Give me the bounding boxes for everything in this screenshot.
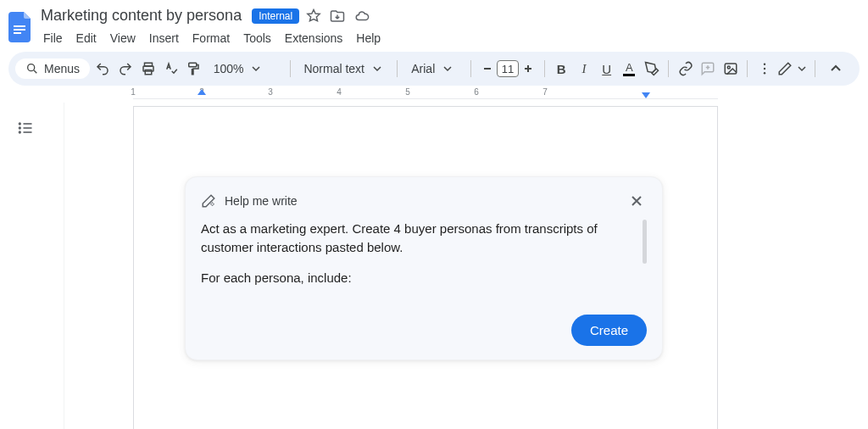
- document-outline-button[interactable]: [12, 114, 39, 142]
- zoom-value: 100%: [210, 62, 248, 75]
- underline-button[interactable]: U: [597, 57, 616, 81]
- paragraph-style-value: Normal text: [300, 62, 368, 75]
- paint-format-button[interactable]: [184, 57, 203, 81]
- menu-file[interactable]: File: [37, 28, 69, 48]
- search-icon: [25, 62, 39, 75]
- caret-down-icon: [373, 64, 381, 73]
- svg-rect-2: [14, 32, 21, 34]
- more-tools-button[interactable]: [754, 57, 774, 81]
- indent-marker-right[interactable]: [642, 92, 650, 98]
- horizontal-ruler[interactable]: 1 2 3 4 5 6 7: [133, 87, 718, 99]
- menu-edit[interactable]: Edit: [70, 28, 103, 48]
- svg-rect-8: [725, 64, 737, 74]
- search-menus-label: Menus: [44, 62, 80, 75]
- caret-down-icon: [443, 64, 452, 73]
- menubar: File Edit View Insert Format Tools Exten…: [37, 26, 858, 48]
- create-button[interactable]: Create: [571, 315, 647, 346]
- document-page[interactable]: Help me write Act as a marketing expert.…: [133, 106, 718, 429]
- caret-down-icon: [798, 64, 806, 73]
- font-size-increase[interactable]: [519, 59, 537, 78]
- italic-button[interactable]: I: [575, 57, 594, 81]
- font-size-input[interactable]: [497, 60, 519, 77]
- visibility-badge[interactable]: Internal: [252, 8, 299, 24]
- prompt-text-line: Act as a marketing expert. Create 4 buye…: [201, 220, 632, 257]
- ruler-tick: 7: [542, 87, 548, 97]
- font-value: Arial: [408, 62, 438, 75]
- svg-point-13: [19, 123, 21, 125]
- help-me-write-prompt[interactable]: Act as a marketing expert. Create 4 buye…: [201, 220, 647, 296]
- pencil-icon: [777, 61, 793, 76]
- ruler-tick: [613, 87, 615, 97]
- ruler-tick: 4: [337, 87, 342, 97]
- print-button[interactable]: [138, 57, 158, 81]
- svg-point-11: [763, 68, 765, 70]
- pencil-sparkle-icon: [201, 193, 216, 209]
- svg-point-3: [28, 64, 35, 71]
- ruler-tick: 1: [131, 87, 136, 97]
- star-icon[interactable]: [306, 8, 321, 24]
- close-icon: [630, 194, 643, 208]
- text-color-button[interactable]: A: [620, 57, 639, 81]
- menu-extensions[interactable]: Extensions: [279, 28, 348, 48]
- editing-mode-button[interactable]: [777, 61, 806, 76]
- menu-insert[interactable]: Insert: [143, 28, 185, 48]
- menu-view[interactable]: View: [104, 28, 142, 48]
- font-size-decrease[interactable]: [478, 59, 497, 78]
- svg-point-15: [19, 131, 21, 133]
- collapse-toolbar-button[interactable]: [824, 57, 848, 81]
- help-me-write-title: Help me write: [225, 194, 298, 208]
- caret-down-icon: [252, 64, 260, 73]
- spellcheck-button[interactable]: [161, 57, 181, 81]
- scrollbar-thumb[interactable]: [643, 220, 647, 264]
- doc-title[interactable]: Marketing content by persona: [37, 5, 245, 26]
- bold-button[interactable]: B: [552, 57, 571, 81]
- move-icon[interactable]: [330, 8, 345, 24]
- docs-logo[interactable]: [7, 10, 34, 44]
- svg-point-14: [19, 127, 21, 129]
- list-icon: [17, 120, 34, 136]
- prompt-text-line: For each persona, include:: [201, 269, 632, 287]
- insert-image-button[interactable]: [721, 57, 741, 81]
- ruler-tick: 6: [474, 87, 479, 97]
- undo-button[interactable]: [93, 57, 113, 81]
- indent-marker-left[interactable]: [198, 89, 206, 95]
- menu-help[interactable]: Help: [350, 28, 387, 48]
- toolbar: Menus 100% Normal text Arial B I U A: [8, 52, 860, 86]
- highlight-color-button[interactable]: [643, 57, 662, 81]
- menu-tools[interactable]: Tools: [237, 28, 277, 48]
- svg-point-12: [763, 72, 765, 74]
- paragraph-style-select[interactable]: Normal text: [297, 62, 390, 75]
- ruler-tick: 3: [268, 87, 273, 97]
- svg-point-10: [763, 64, 765, 65]
- svg-point-9: [727, 66, 730, 69]
- zoom-select[interactable]: 100%: [207, 62, 283, 75]
- add-comment-button[interactable]: [698, 57, 718, 81]
- ruler-tick: 5: [405, 87, 410, 97]
- insert-link-button[interactable]: [676, 57, 695, 81]
- cloud-status-icon[interactable]: [353, 8, 370, 24]
- redo-button[interactable]: [116, 57, 136, 81]
- svg-rect-0: [14, 25, 25, 27]
- svg-rect-7: [189, 63, 197, 67]
- font-select[interactable]: Arial: [404, 62, 464, 75]
- menu-format[interactable]: Format: [186, 28, 236, 48]
- close-button[interactable]: [626, 191, 647, 211]
- help-me-write-panel: Help me write Act as a marketing expert.…: [185, 176, 663, 360]
- vertical-ruler[interactable]: [51, 103, 64, 429]
- svg-rect-1: [14, 29, 25, 31]
- search-menus[interactable]: Menus: [15, 58, 90, 79]
